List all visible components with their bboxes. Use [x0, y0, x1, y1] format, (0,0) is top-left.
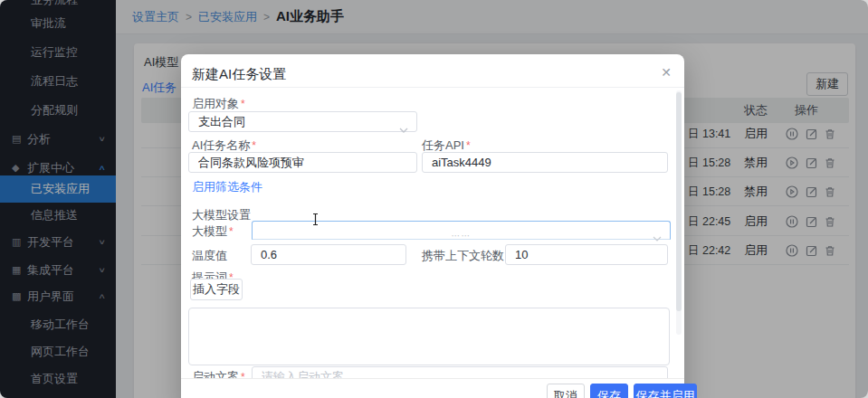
- context-rounds-input[interactable]: [505, 244, 668, 265]
- cancel-button[interactable]: 取消: [547, 384, 585, 398]
- text-cursor: [311, 213, 320, 226]
- dialog-scrollbar: [676, 90, 682, 335]
- enable-target-value: 支出合同: [198, 115, 245, 128]
- enable-target-label: 启用对象*: [192, 96, 245, 112]
- divider: [181, 87, 684, 88]
- enable-target-select[interactable]: 支出合同: [188, 111, 417, 132]
- scrollbar-thumb[interactable]: [676, 92, 682, 311]
- chevron-down-icon: [399, 119, 408, 138]
- task-api-input[interactable]: [422, 152, 668, 173]
- model-section-label: 大模型设置: [192, 207, 251, 223]
- dialog-footer: 取消 保存 保存并启用: [181, 378, 684, 398]
- model-label: 大模型*: [192, 223, 234, 240]
- enable-filter-link[interactable]: 启用筛选条件: [192, 179, 262, 195]
- close-icon[interactable]: ✕: [661, 65, 672, 80]
- temperature-label: 温度值: [192, 248, 227, 264]
- temperature-input[interactable]: [251, 244, 406, 265]
- save-button[interactable]: 保存: [590, 384, 628, 398]
- prompt-textarea[interactable]: [188, 308, 670, 365]
- new-ai-task-dialog: 新建AI任务设置 ✕ 启用对象* 支出合同 AI任务名称* 任务API* 启用筛…: [181, 54, 684, 398]
- dialog-title: 新建AI任务设置: [192, 66, 286, 83]
- context-rounds-label: 携带上下文轮数*: [422, 248, 510, 264]
- task-name-input[interactable]: [188, 152, 417, 173]
- save-and-enable-button[interactable]: 保存并启用: [634, 384, 697, 398]
- insert-field-button[interactable]: 插入字段: [190, 279, 243, 300]
- app-window: 业务流程 审批流 运行监控 流程日志 分配规则 ▤ 分析 ∨ ◆ 扩展中心 ∧ …: [0, 0, 868, 398]
- model-select-hint: ⋯⋯: [253, 226, 670, 245]
